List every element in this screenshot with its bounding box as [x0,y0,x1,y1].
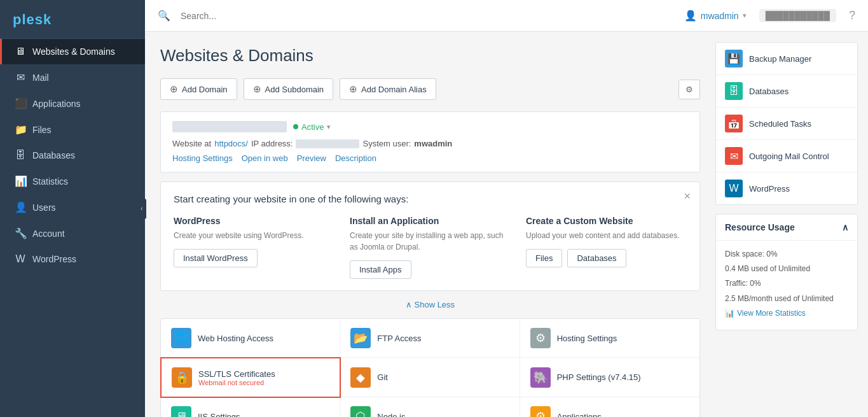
iis-settings-info: IIS Settings [198,412,240,418]
sidebar-label-account: Account [32,229,65,239]
resource-usage-section: Resource Usage ∧ Disk space: 0% 0.4 MB u… [715,214,858,330]
feature-item-ssl-tls[interactable]: 🔒 SSL/TLS Certificates Webmail not secur… [160,357,341,398]
right-item-wordpress-right[interactable]: W WordPress [716,173,857,204]
help-icon[interactable]: ? [849,9,855,22]
files-button[interactable]: Files [526,249,562,267]
ip-display: ███████████ [759,9,836,22]
install-wordpress-button[interactable]: Install WordPress [174,249,258,267]
wordpress-right-icon: W [725,180,743,197]
git-icon: ◆ [350,367,371,388]
sidebar-item-applications[interactable]: ⬛Applications [0,90,145,117]
right-item-databases[interactable]: 🗄 Databases [716,75,857,108]
custom-title: Create a Custom Website [526,216,687,226]
user-menu[interactable]: 👤 mwadmin ▾ [684,10,747,22]
disk-space-label: Disk space: 0% [725,248,848,260]
php-settings-info: PHP Settings (v7.4.15) [557,372,641,382]
view-more-link[interactable]: 📊 View More Statistics [725,307,848,320]
feature-item-applications[interactable]: ⚙ Applications [520,397,699,417]
sidebar-item-users[interactable]: 👤Users [0,194,145,220]
sidebar-item-files[interactable]: 📁Files [0,117,145,143]
add-subdomain-button[interactable]: ⊕ Add Subdomain [244,78,334,100]
settings-button[interactable]: ⚙ [679,80,700,99]
domain-header: Active ▾ [172,121,688,132]
feature-item-hosting-settings[interactable]: ⚙ Hosting Settings [520,319,699,358]
active-badge[interactable]: Active ▾ [293,122,331,132]
description-link[interactable]: Description [335,153,376,163]
preview-link[interactable]: Preview [297,153,326,163]
ssl-tls-icon: 🔒 [172,367,192,388]
outgoing-mail-label: Outgoing Mail Control [749,152,829,161]
httpdocs-link[interactable]: httpdocs/ [214,139,248,148]
user-dropdown-icon: ▾ [743,11,747,20]
php-settings-label: PHP Settings (v7.4.15) [557,372,641,382]
topbar-right: 👤 mwadmin ▾ ███████████ ? [684,9,855,22]
websites-domains-icon: 🖥 [15,46,26,57]
sidebar-item-databases[interactable]: 🗄Databases [0,143,145,168]
sidebar-item-statistics[interactable]: 📊Statistics [0,168,145,194]
feature-item-nodejs[interactable]: ⬡ Node.js [340,397,520,417]
plus-icon-sub: ⊕ [253,83,261,95]
website-at-label: Website at [172,139,211,148]
sidebar-item-mail[interactable]: ✉Mail [0,64,145,90]
sidebar-item-websites-domains[interactable]: 🖥Websites & Domains [0,39,145,64]
files-icon: 📁 [15,124,26,136]
install-apps-button[interactable]: Install Apps [350,260,411,279]
domain-info: Website at httpdocs/ IP address: System … [172,139,688,148]
web-hosting-access-info: Web Hosting Access [198,334,273,343]
feature-item-ftp-access[interactable]: 📂 FTP Access [340,319,520,358]
add-domain-alias-button[interactable]: ⊕ Add Domain Alias [340,78,436,100]
resource-usage-header[interactable]: Resource Usage ∧ [716,215,857,241]
wordpress-right-label: WordPress [749,184,790,194]
resource-usage-body: Disk space: 0% 0.4 MB used of Unlimited … [716,241,857,330]
sidebar: plesk 🖥Websites & Domains✉Mail⬛Applicati… [0,0,145,417]
sidebar-logo[interactable]: plesk [0,0,145,39]
domain-links: Hosting Settings Open in web Preview Des… [172,153,688,163]
applications-icon: ⬛ [15,97,26,110]
right-panel: 💾 Backup Manager🗄 Databases📅 Scheduled T… [715,32,868,417]
scheduled-tasks-label: Scheduled Tasks [749,119,811,129]
right-item-scheduled-tasks[interactable]: 📅 Scheduled Tasks [716,108,857,140]
users-icon: 👤 [15,201,26,213]
add-domain-button[interactable]: ⊕ Add Domain [160,78,237,100]
disk-space-detail: 0.4 MB used of Unlimited [725,263,848,275]
hosting-settings-link[interactable]: Hosting Settings [172,153,233,163]
show-less-link[interactable]: ∧ Show Less [160,300,700,309]
applications-label: Applications [557,412,602,418]
start-options: WordPress Create your website using Word… [174,216,687,279]
backup-manager-label: Backup Manager [749,54,811,64]
right-item-backup-manager[interactable]: 💾 Backup Manager [716,43,857,75]
open-in-web-link[interactable]: Open in web [242,153,288,163]
sidebar-item-wordpress[interactable]: WWordPress [0,246,145,272]
custom-desc: Upload your web content and add database… [526,230,687,241]
outgoing-mail-icon: ✉ [725,147,743,165]
right-item-outgoing-mail[interactable]: ✉ Outgoing Mail Control [716,140,857,173]
logo-text: plesk [13,11,52,27]
start-box-close-button[interactable]: × [684,190,691,203]
php-settings-icon: 🐘 [530,367,551,388]
sidebar-label-databases: Databases [32,150,75,160]
main-wrapper: 🔍 👤 mwadmin ▾ ███████████ ? Websites & D… [145,0,868,417]
domain-name-blurred [172,121,287,132]
start-box-title: Start creating your website in one of th… [174,194,687,204]
feature-item-php-settings[interactable]: 🐘 PHP Settings (v7.4.15) [520,358,699,397]
username-label: mwadmin [701,11,739,21]
statistics-bar-icon: 📊 [725,307,734,320]
custom-website-option: Create a Custom Website Upload your web … [526,216,687,279]
feature-item-web-hosting-access[interactable]: 🌐 Web Hosting Access [161,319,340,358]
ftp-access-info: FTP Access [377,334,421,343]
sidebar-item-account[interactable]: 🔧Account [0,220,145,246]
search-input[interactable] [181,11,674,21]
databases-button[interactable]: Databases [567,249,626,267]
search-icon: 🔍 [158,10,170,22]
sidebar-label-wordpress: WordPress [32,254,76,264]
feature-item-iis-settings[interactable]: 🖥 IIS Settings [161,397,340,417]
applications-icon: ⚙ [530,406,551,417]
topbar: 🔍 👤 mwadmin ▾ ███████████ ? [145,0,868,32]
right-quick-links: 💾 Backup Manager🗄 Databases📅 Scheduled T… [715,42,858,205]
feature-item-git[interactable]: ◆ Git [340,358,520,397]
sidebar-collapse-handle[interactable]: ‹ [137,199,146,219]
view-more-statistics-link[interactable]: 📊 View More Statistics [725,307,848,320]
ssl-tls-sublabel: Webmail not secured [198,379,275,386]
iis-settings-icon: 🖥 [171,406,191,417]
ssl-tls-label: SSL/TLS Certificates [198,369,275,379]
